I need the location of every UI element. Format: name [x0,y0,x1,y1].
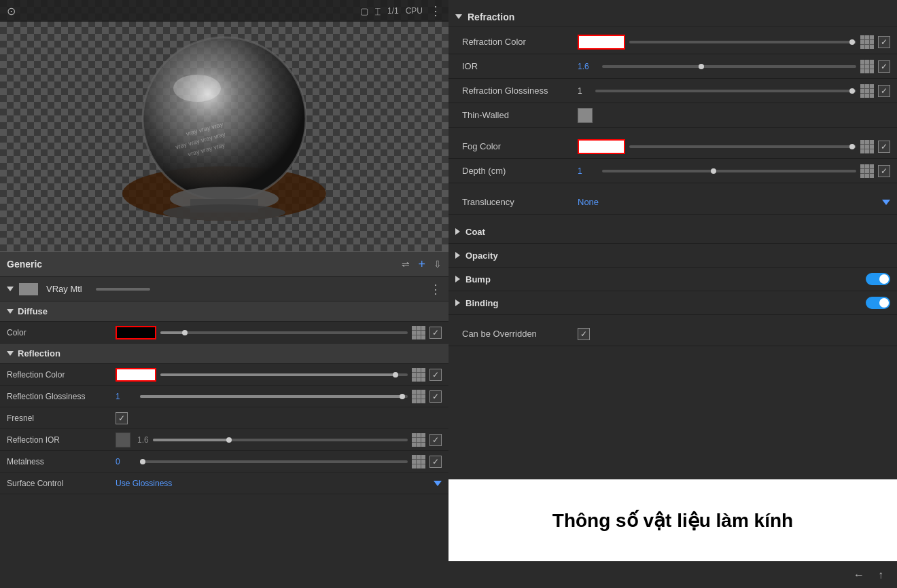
diffuse-texture-icon[interactable] [412,326,425,339]
fresnel-label: Fresnel [7,414,116,423]
depth-value: 1 [578,166,598,176]
coat-triangle [455,228,460,235]
refraction-ior-texture[interactable] [860,60,874,73]
right-props-panel: Refraction Refraction Color ✓ IOR [448,0,897,479]
binding-triangle [455,299,460,306]
thin-walled-controls [578,108,890,123]
generic-header: Generic ⇌ + ⇩ [0,251,448,277]
bump-header[interactable]: Bump [448,268,897,291]
reflection-glossiness-slider[interactable] [140,395,408,398]
reflection-gloss-check[interactable]: ✓ [429,390,442,403]
depth-slider[interactable] [602,170,856,172]
reflection-enable-check[interactable]: ✓ [429,369,442,381]
fog-color-row: Fog Color ✓ [448,134,897,159]
reflection-ior-check[interactable]: ✓ [429,434,442,446]
reflection-triangle [7,351,14,356]
preview-square-icon[interactable]: ▢ [360,6,368,16]
reflection-ior-swatch[interactable] [116,433,130,447]
translucency-chevron[interactable] [882,200,890,205]
back-arrow-icon[interactable]: ← [854,569,864,581]
vray-slider[interactable] [96,288,150,291]
coat-section: Coat [448,220,897,244]
up-arrow-icon[interactable]: ↑ [878,569,883,581]
vray-row: VRay Mtl ⋮ [0,277,448,301]
reflection-color-label: Reflection Color [7,370,116,380]
fog-color-swatch[interactable] [578,139,625,154]
refraction-color-slider[interactable] [629,41,856,43]
metalness-label: Metalness [7,457,116,466]
bump-toggle[interactable] [866,273,890,285]
surface-chevron[interactable] [434,481,442,486]
reflection-section-header[interactable]: Reflection [0,344,448,364]
refraction-glossiness-slider[interactable] [595,90,856,92]
binding-toggle[interactable] [866,297,890,309]
depth-row: Depth (cm) 1 ✓ [448,159,897,183]
preview-top-bar: ⊙ ▢ ⌶ 1/1 CPU ⋮ [0,0,448,22]
fresnel-row: Fresnel ✓ [0,407,448,429]
metalness-check[interactable]: ✓ [429,456,442,468]
bump-section: Bump [448,268,897,291]
preview-layer-icon[interactable]: ⌶ [375,6,381,16]
reflection-gloss-texture[interactable] [412,390,425,403]
fog-color-texture[interactable] [860,140,874,153]
metalness-slider[interactable] [140,460,408,463]
thin-walled-swatch[interactable] [578,108,593,123]
translucency-label: Translucency [462,197,578,207]
left-panel: ⊙ ▢ ⌶ 1/1 CPU ⋮ [0,0,448,588]
triangle-down-icon [7,287,14,291]
fog-color-check[interactable]: ✓ [878,141,890,153]
download-icon[interactable]: ⇩ [434,259,442,270]
binding-section: Binding [448,291,897,315]
refraction-glossiness-value: 1 [578,86,591,96]
diffuse-triangle [7,309,14,314]
reflection-ior-slider[interactable] [153,439,408,441]
spacer2 [448,183,897,190]
coat-header[interactable]: Coat [448,220,897,243]
opacity-header[interactable]: Opacity [448,244,897,267]
bottom-nav-bar: ← ↑ [448,561,897,588]
depth-texture[interactable] [860,164,874,178]
diffuse-color-slider[interactable] [160,331,408,334]
adjust-icon[interactable]: ⇌ [402,259,410,270]
reflection-ior-texture[interactable] [412,433,425,447]
diffuse-section-header[interactable]: Diffuse [0,301,448,322]
reflection-glossiness-controls: 1 ✓ [116,390,442,403]
reflection-texture-icon[interactable] [412,368,425,382]
spacer3 [448,215,897,220]
diffuse-color-swatch[interactable] [116,326,156,339]
preview-toolbar-left: ⊙ [7,5,16,18]
reflection-color-slider[interactable] [160,373,408,376]
diffuse-color-controls: ✓ [116,326,442,339]
refraction-ior-check[interactable]: ✓ [878,60,890,73]
metalness-texture[interactable] [412,455,425,468]
reflection-color-swatch[interactable] [116,368,156,382]
fresnel-check[interactable]: ✓ [116,412,128,424]
svg-point-4 [173,75,221,102]
refraction-color-check[interactable]: ✓ [878,36,890,48]
preview-toolbar-right: ▢ ⌶ 1/1 CPU ⋮ [360,3,442,18]
add-icon[interactable]: + [418,257,425,272]
refraction-gloss-texture[interactable] [860,84,874,98]
sphere-preview: vray vray vray vray vray vray vray vray … [116,24,333,227]
diffuse-color-label: Color [7,328,116,337]
reflection-label: Reflection [18,348,60,359]
refraction-color-swatch[interactable] [578,35,625,50]
reflection-color-controls: ✓ [116,368,442,382]
binding-header[interactable]: Binding [448,291,897,314]
opacity-label: Opacity [465,251,498,261]
vray-menu-icon[interactable]: ⋮ [429,282,442,297]
reflection-glossiness-label: Reflection Glossiness [7,392,116,401]
can-be-overridden-controls: ✓ [578,328,890,340]
fog-color-slider[interactable] [629,145,856,148]
can-be-overridden-check[interactable]: ✓ [578,328,590,340]
preview-more-icon[interactable]: ⋮ [429,3,442,18]
refraction-color-texture[interactable] [860,35,874,49]
refraction-gloss-check[interactable]: ✓ [878,85,890,97]
refraction-section-header[interactable]: Refraction [448,7,897,27]
preview-circle-icon[interactable]: ⊙ [7,5,16,18]
reflection-ior-controls: 1.6 ✓ [116,433,442,447]
binding-label: Binding [465,298,498,308]
refraction-ior-slider[interactable] [602,65,856,68]
depth-check[interactable]: ✓ [878,165,890,177]
diffuse-enable-check[interactable]: ✓ [429,327,442,339]
